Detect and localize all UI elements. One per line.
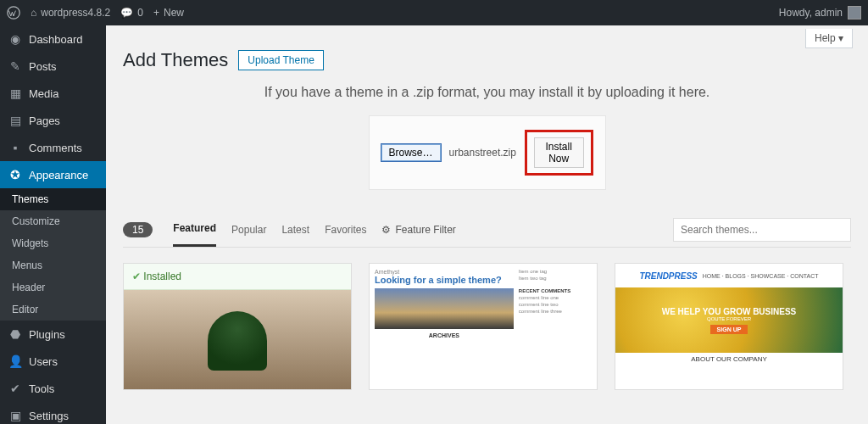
sidebar-label: Media xyxy=(29,87,58,100)
theme-grid: ✔ Installed Amethyst Looking for a simpl… xyxy=(123,263,851,390)
sidebar-label: Comments xyxy=(29,142,82,154)
site-link[interactable]: ⌂ wordpress4.8.2 xyxy=(31,7,110,19)
submenu-header[interactable]: Header xyxy=(0,276,106,298)
sidebar-label: Tools xyxy=(29,382,54,395)
tool-icon: ✔ xyxy=(8,382,22,395)
pin-icon: ✎ xyxy=(8,59,22,73)
page-icon: ▤ xyxy=(8,114,22,127)
sidebar-item-media[interactable]: ▦Media xyxy=(0,80,106,107)
theme-card[interactable]: TRENDPRESSHOME · BLOGS · SHOWCASE · CONT… xyxy=(615,263,843,390)
plugin-icon: ⬣ xyxy=(8,327,22,341)
sidebar-label: Plugins xyxy=(29,328,65,341)
theme-nav: HOME · BLOGS · SHOWCASE · CONTACT xyxy=(703,273,819,279)
theme-count: 15 xyxy=(123,222,153,237)
installed-label: Installed xyxy=(143,271,181,282)
theme-thumbnail xyxy=(124,290,351,390)
gear-icon: ⚙ xyxy=(381,224,391,236)
hero-cta: SIGN UP xyxy=(710,325,748,334)
avatar xyxy=(848,6,861,20)
new-link[interactable]: + New xyxy=(153,7,184,19)
feature-filter-button[interactable]: ⚙Feature Filter xyxy=(381,224,455,236)
content-area: Help ▾ Add Themes Upload Theme If you ha… xyxy=(106,25,868,424)
upload-theme-button[interactable]: Upload Theme xyxy=(238,50,324,70)
sidebar-item-appearance[interactable]: ✪Appearance xyxy=(0,161,106,188)
submenu-menus[interactable]: Menus xyxy=(0,254,106,276)
theme-section: RECENT COMMENTS xyxy=(519,288,592,295)
account-menu[interactable]: Howdy, admin xyxy=(779,6,861,20)
comment-icon: ▪ xyxy=(8,141,22,154)
comments-count: 0 xyxy=(137,7,143,19)
sidebar-item-dashboard[interactable]: ◉Dashboard xyxy=(0,25,106,53)
search-themes-input[interactable] xyxy=(673,218,851,242)
hero-sub: QOUTE FOREVER xyxy=(707,316,751,321)
sidebar-label: Appearance xyxy=(29,169,88,181)
appearance-submenu: Themes Customize Widgets Menus Header Ed… xyxy=(0,188,106,321)
media-icon: ▦ xyxy=(8,86,22,100)
theme-headline: Looking for a simple theme? xyxy=(375,275,514,285)
upload-form: Browse… urbanstreet.zip Install Now xyxy=(369,115,606,190)
theme-brand: Amethyst xyxy=(375,269,514,275)
home-icon: ⌂ xyxy=(31,7,36,19)
filter-bar: 15 Featured Popular Latest Favorites ⚙Fe… xyxy=(123,212,851,248)
installed-badge: ✔ Installed xyxy=(124,264,351,290)
comment-icon: 💬 xyxy=(120,7,133,19)
submenu-editor[interactable]: Editor xyxy=(0,298,106,321)
theme-strip: ABOUT OUR COMPANY xyxy=(615,353,843,365)
tab-featured[interactable]: Featured xyxy=(173,212,216,247)
theme-logo: TRENDPRESS xyxy=(639,271,697,281)
sidebar-item-tools[interactable]: ✔Tools xyxy=(0,375,106,402)
check-icon: ✔ xyxy=(132,271,141,282)
sidebar-item-posts[interactable]: ✎Posts xyxy=(0,53,106,80)
sidebar-label: Pages xyxy=(29,114,60,127)
hero-title: WE HELP YOU GROW BUSINESS xyxy=(662,307,797,316)
theme-card[interactable]: ✔ Installed xyxy=(123,263,352,390)
site-name: wordpress4.8.2 xyxy=(41,7,110,19)
help-label: Help xyxy=(815,32,836,44)
page-title: Add Themes xyxy=(123,49,228,71)
theme-section: ARCHIVES xyxy=(375,332,514,338)
help-tab[interactable]: Help ▾ xyxy=(805,29,853,48)
tab-latest[interactable]: Latest xyxy=(281,214,309,246)
sidebar-item-users[interactable]: 👤Users xyxy=(0,348,106,375)
howdy-text: Howdy, admin xyxy=(779,7,843,19)
admin-sidebar: ◉Dashboard ✎Posts ▦Media ▤Pages ▪Comment… xyxy=(0,25,106,424)
tab-popular[interactable]: Popular xyxy=(231,214,266,246)
wp-logo[interactable] xyxy=(7,6,20,20)
plus-icon: + xyxy=(153,7,159,19)
comments-link[interactable]: 💬 0 xyxy=(120,7,143,19)
sidebar-item-comments[interactable]: ▪Comments xyxy=(0,134,106,161)
sidebar-item-plugins[interactable]: ⬣Plugins xyxy=(0,321,106,348)
dashboard-icon: ◉ xyxy=(8,32,22,46)
selected-filename: urbanstreet.zip xyxy=(449,147,516,159)
theme-thumbnail: Amethyst Looking for a simple theme? ARC… xyxy=(370,264,597,365)
new-label: New xyxy=(164,7,184,19)
user-icon: 👤 xyxy=(8,354,22,368)
theme-card[interactable]: Amethyst Looking for a simple theme? ARC… xyxy=(369,263,598,390)
submenu-themes[interactable]: Themes xyxy=(0,188,106,210)
chevron-down-icon: ▾ xyxy=(838,32,843,44)
sidebar-label: Dashboard xyxy=(29,33,83,46)
theme-thumbnail: TRENDPRESSHOME · BLOGS · SHOWCASE · CONT… xyxy=(615,264,843,365)
submenu-customize[interactable]: Customize xyxy=(0,210,106,232)
admin-toolbar: ⌂ wordpress4.8.2 💬 0 + New Howdy, admin xyxy=(0,0,868,25)
brush-icon: ✪ xyxy=(8,168,22,181)
feature-filter-label: Feature Filter xyxy=(395,224,455,236)
sidebar-item-settings[interactable]: ▣Settings xyxy=(0,402,106,424)
install-highlight: Install Now xyxy=(525,130,593,176)
settings-icon: ▣ xyxy=(8,409,22,422)
upload-message: If you have a theme in a .zip format, yo… xyxy=(123,85,851,100)
install-now-button[interactable]: Install Now xyxy=(534,137,584,168)
sidebar-label: Settings xyxy=(29,410,69,422)
sidebar-label: Users xyxy=(29,355,58,368)
tab-favorites[interactable]: Favorites xyxy=(325,214,366,246)
sidebar-item-pages[interactable]: ▤Pages xyxy=(0,107,106,134)
sidebar-label: Posts xyxy=(29,60,57,73)
submenu-widgets[interactable]: Widgets xyxy=(0,232,106,254)
browse-button[interactable]: Browse… xyxy=(381,144,441,161)
